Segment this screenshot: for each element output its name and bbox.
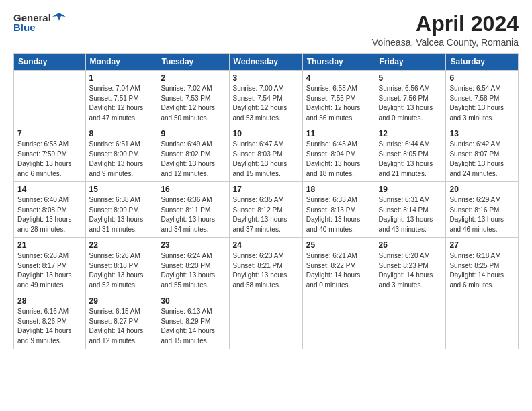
day-number: 21 [17, 240, 82, 250]
day-info: Sunrise: 7:04 AM Sunset: 7:51 PM Dayligh… [89, 84, 154, 123]
page-container: General Blue April 2024 Voineasa, Valcea… [0, 0, 532, 356]
day-number: 6 [449, 73, 515, 83]
day-number: 15 [89, 185, 154, 194]
day-number: 20 [449, 185, 515, 194]
day-number: 11 [306, 129, 371, 138]
day-number: 17 [233, 185, 299, 194]
calendar-cell: 17Sunrise: 6:35 AM Sunset: 8:12 PM Dayli… [229, 182, 302, 238]
day-number: 25 [306, 240, 371, 250]
day-info: Sunrise: 6:58 AM Sunset: 7:55 PM Dayligh… [306, 84, 371, 123]
col-header-saturday: Saturday [446, 54, 519, 71]
day-info: Sunrise: 6:56 AM Sunset: 7:56 PM Dayligh… [379, 84, 443, 123]
day-info: Sunrise: 6:24 AM Sunset: 8:20 PM Dayligh… [161, 251, 225, 290]
calendar-cell: 5Sunrise: 6:56 AM Sunset: 7:56 PM Daylig… [375, 71, 446, 126]
day-info: Sunrise: 6:38 AM Sunset: 8:09 PM Dayligh… [89, 195, 154, 234]
day-number: 22 [89, 240, 154, 250]
calendar-cell: 23Sunrise: 6:24 AM Sunset: 8:20 PM Dayli… [157, 238, 229, 293]
day-number: 29 [89, 296, 154, 306]
calendar-cell: 27Sunrise: 6:18 AM Sunset: 8:25 PM Dayli… [446, 238, 519, 293]
calendar-table: SundayMondayTuesdayWednesdayThursdayFrid… [13, 53, 519, 349]
day-number: 2 [161, 73, 225, 83]
day-info: Sunrise: 7:00 AM Sunset: 7:54 PM Dayligh… [233, 84, 299, 123]
day-number: 9 [161, 129, 225, 138]
day-info: Sunrise: 6:53 AM Sunset: 7:59 PM Dayligh… [17, 140, 82, 179]
calendar-cell: 13Sunrise: 6:42 AM Sunset: 8:07 PM Dayli… [446, 126, 519, 182]
calendar-cell: 28Sunrise: 6:16 AM Sunset: 8:26 PM Dayli… [14, 293, 86, 349]
day-number: 16 [161, 185, 225, 194]
day-info: Sunrise: 6:29 AM Sunset: 8:16 PM Dayligh… [449, 195, 515, 234]
day-number: 27 [449, 240, 515, 250]
day-number: 14 [17, 185, 82, 194]
month-title: April 2024 [372, 12, 519, 36]
calendar-cell: 7Sunrise: 6:53 AM Sunset: 7:59 PM Daylig… [14, 126, 86, 182]
calendar-cell: 20Sunrise: 6:29 AM Sunset: 8:16 PM Dayli… [446, 182, 519, 238]
col-header-thursday: Thursday [302, 54, 375, 71]
calendar-cell: 24Sunrise: 6:23 AM Sunset: 8:21 PM Dayli… [229, 238, 302, 293]
day-info: Sunrise: 6:51 AM Sunset: 8:00 PM Dayligh… [89, 140, 154, 179]
title-block: April 2024 Voineasa, Valcea County, Roma… [372, 12, 519, 48]
col-header-sunday: Sunday [14, 54, 86, 71]
day-info: Sunrise: 6:20 AM Sunset: 8:23 PM Dayligh… [379, 251, 443, 290]
calendar-cell: 1Sunrise: 7:04 AM Sunset: 7:51 PM Daylig… [85, 71, 157, 126]
calendar-cell: 16Sunrise: 6:36 AM Sunset: 8:11 PM Dayli… [157, 182, 229, 238]
logo-blue-text: Blue [13, 21, 36, 33]
calendar-cell [14, 71, 86, 126]
col-header-wednesday: Wednesday [229, 54, 302, 71]
day-info: Sunrise: 6:42 AM Sunset: 8:07 PM Dayligh… [449, 140, 515, 179]
calendar-cell: 26Sunrise: 6:20 AM Sunset: 8:23 PM Dayli… [375, 238, 446, 293]
day-number: 8 [89, 129, 154, 138]
day-info: Sunrise: 6:54 AM Sunset: 7:58 PM Dayligh… [449, 84, 515, 123]
day-info: Sunrise: 6:21 AM Sunset: 8:22 PM Dayligh… [306, 251, 371, 290]
calendar-cell: 15Sunrise: 6:38 AM Sunset: 8:09 PM Dayli… [85, 182, 157, 238]
day-number: 1 [89, 73, 154, 83]
day-info: Sunrise: 6:13 AM Sunset: 8:29 PM Dayligh… [161, 307, 225, 346]
calendar-cell: 2Sunrise: 7:02 AM Sunset: 7:53 PM Daylig… [157, 71, 229, 126]
location-subtitle: Voineasa, Valcea County, Romania [372, 37, 519, 48]
col-header-monday: Monday [85, 54, 157, 71]
day-number: 26 [379, 240, 443, 250]
day-info: Sunrise: 6:15 AM Sunset: 8:27 PM Dayligh… [89, 307, 154, 346]
calendar-cell: 19Sunrise: 6:31 AM Sunset: 8:14 PM Dayli… [375, 182, 446, 238]
calendar-cell: 6Sunrise: 6:54 AM Sunset: 7:58 PM Daylig… [446, 71, 519, 126]
day-number: 19 [379, 185, 443, 194]
calendar-week-row: 7Sunrise: 6:53 AM Sunset: 7:59 PM Daylig… [14, 126, 519, 182]
day-number: 28 [17, 296, 82, 306]
day-info: Sunrise: 6:47 AM Sunset: 8:03 PM Dayligh… [233, 140, 299, 179]
calendar-cell: 30Sunrise: 6:13 AM Sunset: 8:29 PM Dayli… [157, 293, 229, 349]
calendar-header-row: SundayMondayTuesdayWednesdayThursdayFrid… [14, 54, 519, 71]
calendar-cell [229, 293, 302, 349]
svg-marker-0 [52, 13, 66, 21]
calendar-cell: 14Sunrise: 6:40 AM Sunset: 8:08 PM Dayli… [14, 182, 86, 238]
calendar-cell: 21Sunrise: 6:28 AM Sunset: 8:17 PM Dayli… [14, 238, 86, 293]
day-number: 7 [17, 129, 82, 138]
calendar-week-row: 1Sunrise: 7:04 AM Sunset: 7:51 PM Daylig… [14, 71, 519, 126]
calendar-cell: 11Sunrise: 6:45 AM Sunset: 8:04 PM Dayli… [302, 126, 375, 182]
day-number: 18 [306, 185, 371, 194]
day-info: Sunrise: 6:45 AM Sunset: 8:04 PM Dayligh… [306, 140, 371, 179]
day-number: 12 [379, 129, 443, 138]
day-info: Sunrise: 6:36 AM Sunset: 8:11 PM Dayligh… [161, 195, 225, 234]
calendar-cell: 29Sunrise: 6:15 AM Sunset: 8:27 PM Dayli… [85, 293, 157, 349]
day-info: Sunrise: 6:18 AM Sunset: 8:25 PM Dayligh… [449, 251, 515, 290]
col-header-friday: Friday [375, 54, 446, 71]
day-info: Sunrise: 6:26 AM Sunset: 8:18 PM Dayligh… [89, 251, 154, 290]
day-info: Sunrise: 6:23 AM Sunset: 8:21 PM Dayligh… [233, 251, 299, 290]
calendar-cell: 10Sunrise: 6:47 AM Sunset: 8:03 PM Dayli… [229, 126, 302, 182]
calendar-cell [375, 293, 446, 349]
calendar-week-row: 14Sunrise: 6:40 AM Sunset: 8:08 PM Dayli… [14, 182, 519, 238]
logo-bird-icon [52, 11, 66, 24]
day-info: Sunrise: 6:33 AM Sunset: 8:13 PM Dayligh… [306, 195, 371, 234]
calendar-week-row: 21Sunrise: 6:28 AM Sunset: 8:17 PM Dayli… [14, 238, 519, 293]
day-info: Sunrise: 6:16 AM Sunset: 8:26 PM Dayligh… [17, 307, 82, 346]
day-info: Sunrise: 6:31 AM Sunset: 8:14 PM Dayligh… [379, 195, 443, 234]
calendar-cell: 3Sunrise: 7:00 AM Sunset: 7:54 PM Daylig… [229, 71, 302, 126]
calendar-cell: 9Sunrise: 6:49 AM Sunset: 8:02 PM Daylig… [157, 126, 229, 182]
day-number: 30 [161, 296, 225, 306]
day-number: 5 [379, 73, 443, 83]
calendar-cell: 18Sunrise: 6:33 AM Sunset: 8:13 PM Dayli… [302, 182, 375, 238]
calendar-cell: 25Sunrise: 6:21 AM Sunset: 8:22 PM Dayli… [302, 238, 375, 293]
day-number: 10 [233, 129, 299, 138]
day-number: 13 [449, 129, 515, 138]
day-info: Sunrise: 6:49 AM Sunset: 8:02 PM Dayligh… [161, 140, 225, 179]
day-number: 3 [233, 73, 299, 83]
